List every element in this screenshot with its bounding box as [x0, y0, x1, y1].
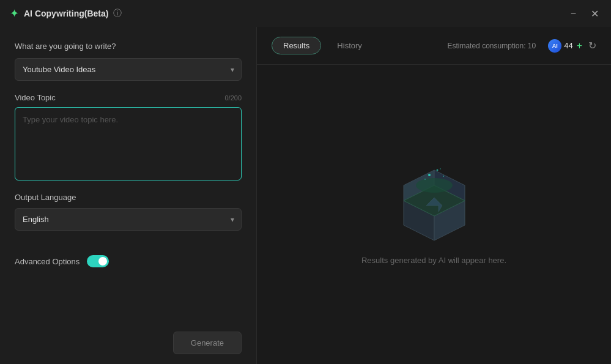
right-panel: Results History Estimated consumption: 1… [257, 27, 611, 364]
title-bar-controls: − ✕ [568, 6, 601, 22]
right-header: Results History Estimated consumption: 1… [257, 27, 611, 65]
video-topic-label: Video Topic [15, 93, 56, 102]
refresh-button[interactable]: ↻ [588, 40, 596, 51]
empty-state: Results generated by AI will appear here… [257, 65, 611, 364]
add-credits-button[interactable]: + [576, 40, 583, 51]
svg-point-10 [424, 179, 426, 180]
tab-results[interactable]: Results [272, 37, 321, 54]
minimize-button[interactable]: − [568, 6, 579, 21]
main-content: What are you going to write? Youtube Vid… [0, 27, 611, 364]
output-language-label: Output Language [15, 193, 242, 202]
advanced-options-toggle[interactable] [87, 255, 109, 267]
tab-history[interactable]: History [326, 37, 372, 54]
close-button[interactable]: ✕ [588, 6, 601, 22]
toggle-track [87, 255, 109, 267]
topic-field-header: Video Topic 0/200 [15, 93, 242, 102]
language-select[interactable]: English Spanish French German Chinese [15, 208, 242, 231]
title-bar: ✦ AI Copywriting(Beta) ⓘ − ✕ [0, 0, 611, 27]
title-bar-left: ✦ AI Copywriting(Beta) ⓘ [10, 7, 122, 20]
question-label: What are you going to write? [15, 42, 242, 51]
language-select-wrapper: English Spanish French German Chinese ▾ [15, 208, 242, 231]
generate-btn-wrapper: Generate [15, 332, 242, 354]
svg-point-9 [443, 176, 444, 177]
generate-button[interactable]: Generate [173, 332, 242, 354]
app-title: AI Copywriting(Beta) [24, 9, 108, 18]
empty-box-illustration [391, 164, 477, 243]
ai-avatar: AI [548, 39, 561, 53]
svg-point-7 [428, 174, 431, 176]
credits-badge: AI 44 + ↻ [548, 39, 596, 53]
svg-point-11 [440, 168, 441, 169]
app-logo-icon: ✦ [10, 7, 19, 20]
video-topic-input[interactable] [15, 107, 242, 180]
content-type-select[interactable]: Youtube Video Ideas Blog Post Social Med… [15, 58, 242, 81]
advanced-options-row: Advanced Options [15, 255, 242, 267]
empty-state-text: Results generated by AI will appear here… [361, 256, 506, 265]
advanced-options-label: Advanced Options [15, 257, 80, 266]
consumption-label: Estimated consumption: 10 [447, 42, 536, 50]
svg-point-8 [436, 169, 438, 171]
help-icon[interactable]: ⓘ [113, 8, 122, 19]
left-panel: What are you going to write? Youtube Vid… [0, 27, 257, 364]
svg-point-6 [416, 178, 453, 193]
content-type-select-wrapper: Youtube Video Ideas Blog Post Social Med… [15, 58, 242, 81]
credits-count: 44 [564, 41, 572, 50]
toggle-thumb [98, 257, 107, 266]
char-count: 0/200 [224, 94, 242, 102]
